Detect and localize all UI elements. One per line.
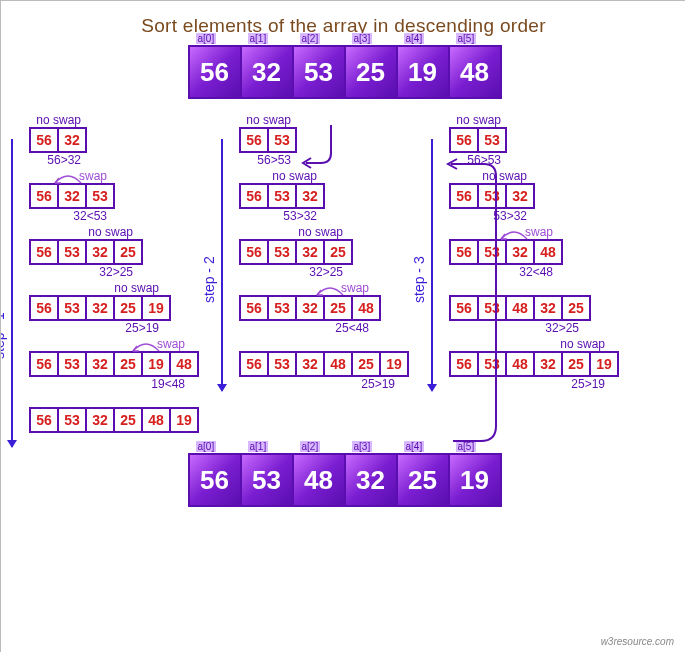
swap-label: swap (29, 337, 189, 351)
compare-entry: no swap56533253>32 (239, 169, 407, 223)
small-cell: 56 (239, 183, 269, 209)
array-value: 48 (304, 465, 333, 496)
swap-label: no swap (239, 113, 295, 127)
comparison-label (29, 433, 189, 447)
array-index-label: a[4] (404, 441, 425, 452)
small-cell: 19 (169, 407, 199, 433)
array-index-label: a[2] (300, 441, 321, 452)
step-body: no swap563256>32swap56325332<53no swap56… (29, 113, 197, 449)
small-cell: 32 (85, 351, 115, 377)
step-column: step - 1no swap563256>32swap56325332<53n… (9, 113, 197, 449)
small-cell: 53 (477, 127, 507, 153)
small-cell: 48 (351, 295, 381, 321)
small-cell: 19 (379, 351, 409, 377)
small-cell: 53 (267, 295, 297, 321)
small-cell: 32 (295, 351, 325, 377)
result-array: a[0]56a[1]53a[2]48a[3]32a[4]25a[5]19 (1, 453, 685, 507)
array-value: 32 (356, 465, 385, 496)
swap-label: no swap (449, 113, 505, 127)
comparison-label: 32>25 (239, 265, 347, 279)
step-arrow (221, 139, 223, 391)
small-cell: 56 (29, 295, 59, 321)
cell-row: 565332 (239, 183, 407, 209)
array-index-label: a[2] (300, 33, 321, 44)
array-cell: a[0]56 (188, 45, 242, 99)
array-cell: a[1]53 (240, 453, 294, 507)
small-cell: 56 (29, 407, 59, 433)
small-cell: 32 (295, 183, 325, 209)
array-index-label: a[1] (248, 441, 269, 452)
array-cell: a[5]19 (448, 453, 502, 507)
compare-entry: no swap565356>53 (449, 113, 617, 167)
swap-label: no swap (239, 225, 347, 239)
swap-label (239, 337, 399, 351)
small-cell: 32 (533, 295, 563, 321)
array-cell: a[1]32 (240, 45, 294, 99)
small-cell: 25 (561, 351, 591, 377)
small-cell: 53 (57, 295, 87, 321)
small-cell: 53 (267, 127, 297, 153)
small-cell: 56 (29, 351, 59, 377)
small-cell: 32 (533, 351, 563, 377)
small-cell: 53 (57, 407, 87, 433)
compare-entry: no swap563256>32 (29, 113, 197, 167)
small-cell: 53 (57, 351, 87, 377)
swap-label: no swap (29, 281, 163, 295)
small-cell: 48 (533, 239, 563, 265)
swap-label (29, 393, 189, 407)
small-cell: 56 (449, 127, 479, 153)
comparison-label: 56>53 (239, 153, 295, 167)
compare-entry: 565332254819 (29, 393, 197, 447)
cell-row: 56533225 (29, 239, 197, 265)
small-cell: 25 (323, 239, 353, 265)
small-cell: 32 (57, 183, 87, 209)
cell-row: 5653322548 (239, 295, 407, 321)
small-cell: 53 (267, 351, 297, 377)
swap-label: no swap (29, 113, 85, 127)
cell-row: 5653322519 (29, 295, 197, 321)
page-title: Sort elements of the array in descending… (1, 1, 685, 37)
connector-top-to-step2 (301, 125, 361, 175)
array-index-label: a[4] (404, 33, 425, 44)
array-value: 56 (200, 57, 229, 88)
small-cell: 25 (113, 407, 143, 433)
small-cell: 19 (141, 351, 171, 377)
step-label: step - 3 (411, 256, 427, 303)
small-cell: 25 (351, 351, 381, 377)
swap-arc-icon (315, 283, 345, 295)
array-cell: a[2]48 (292, 453, 346, 507)
connector-step2-to-step3 (441, 161, 521, 451)
small-cell: 56 (239, 239, 269, 265)
compare-entry: swap56325332<53 (29, 169, 197, 223)
array-index-label: a[0] (196, 33, 217, 44)
input-array: a[0]56a[1]32a[2]53a[3]25a[4]19a[5]48 (1, 45, 685, 99)
small-cell: 25 (113, 295, 143, 321)
compare-entry: swap565332254825<48 (239, 281, 407, 335)
small-cell: 48 (323, 351, 353, 377)
array-cell: a[0]56 (188, 453, 242, 507)
small-cell: 25 (113, 351, 143, 377)
compare-entry: no swap565332251925>19 (29, 281, 197, 335)
array-index-label: a[3] (352, 33, 373, 44)
array-cell: a[2]53 (292, 45, 346, 99)
array-cell: a[3]25 (344, 45, 398, 99)
step-label: step - 1 (0, 312, 7, 359)
compare-entry: no swap5653322532>25 (29, 225, 197, 279)
swap-arc-icon (131, 339, 161, 351)
array-value: 32 (252, 57, 281, 88)
small-cell: 53 (57, 239, 87, 265)
small-cell: 56 (29, 127, 59, 153)
cell-row: 5632 (29, 127, 197, 153)
array-value: 56 (200, 465, 229, 496)
array-value: 19 (460, 465, 489, 496)
array-cell: a[4]25 (396, 453, 450, 507)
small-cell: 53 (85, 183, 115, 209)
comparison-label: 25>19 (239, 377, 399, 391)
small-cell: 48 (169, 351, 199, 377)
comparison-label: 25<48 (239, 321, 373, 335)
array-cell: a[5]48 (448, 45, 502, 99)
array-value: 25 (408, 465, 437, 496)
compare-entry: no swap5653322532>25 (239, 225, 407, 279)
array-index-label: a[1] (248, 33, 269, 44)
swap-label: no swap (29, 225, 137, 239)
